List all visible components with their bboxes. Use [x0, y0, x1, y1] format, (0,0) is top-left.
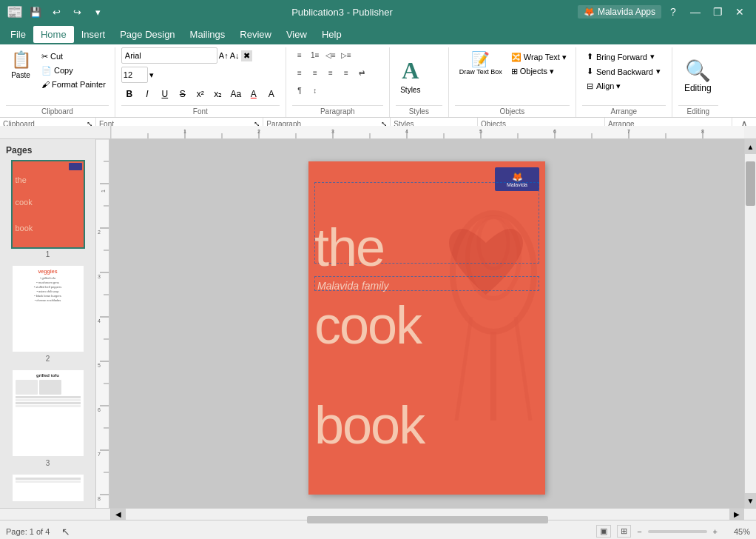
menu-review[interactable]: Review: [232, 26, 279, 43]
strikethrough-button[interactable]: S: [175, 86, 191, 102]
align-left-button[interactable]: ≡: [292, 65, 307, 80]
h-scrollbar[interactable]: ◀ ▶: [111, 509, 744, 520]
close-button[interactable]: ✕: [729, 1, 750, 22]
font-size-increase[interactable]: A↑: [219, 51, 229, 60]
menu-insert[interactable]: Insert: [74, 26, 113, 43]
page2-item-1: • grilled tofu: [16, 276, 81, 280]
ruler-top-svg: 1 2 3 4 5 6 7 8: [111, 126, 744, 138]
subscript-button[interactable]: x₂: [210, 86, 226, 102]
align-button[interactable]: ⊟ Align ▾: [582, 80, 665, 93]
menu-home[interactable]: Home: [33, 26, 74, 43]
indent-increase-button[interactable]: ▷≡: [339, 47, 354, 62]
align-right-button[interactable]: ≡: [323, 65, 338, 80]
menu-file[interactable]: File: [3, 26, 33, 43]
save-button[interactable]: 💾: [27, 3, 44, 21]
underline-button[interactable]: U: [157, 86, 173, 102]
h-scrollbar-thumb[interactable]: [307, 516, 548, 523]
svg-rect-0: [111, 126, 744, 138]
line-spacing-button[interactable]: ↕: [308, 83, 323, 98]
scroll-down-button[interactable]: ▼: [745, 493, 756, 508]
qat-dropdown[interactable]: ▾: [89, 3, 107, 21]
copy-button[interactable]: 📄 Copy: [38, 64, 109, 77]
pages-panel-title: Pages: [3, 145, 92, 160]
page-thumb-2[interactable]: veggies • grilled tofu • mushroom grns •…: [3, 264, 92, 363]
justify-button[interactable]: ≡: [339, 65, 354, 80]
clipboard-label: Clipboard: [6, 105, 109, 117]
font-size-input[interactable]: [121, 67, 148, 83]
help-button[interactable]: ?: [663, 1, 684, 22]
scroll-up-button[interactable]: ▲: [745, 139, 756, 154]
menu-mailings[interactable]: Mailings: [183, 26, 233, 43]
format-painter-button[interactable]: 🖌 Format Painter: [38, 78, 109, 90]
bring-forward-button[interactable]: ⬆ Bring Forward ▾: [582, 50, 665, 63]
ruler-left-svg: 1 2 3 4 5 6 7 8 9 10: [96, 139, 109, 508]
pages-panel: Pages the cook book 1 veggies • grilled …: [0, 139, 96, 508]
font-family-select[interactable]: [121, 47, 217, 64]
page2-item-5: • black bean burgers: [16, 294, 81, 298]
clear-format-button[interactable]: ✖: [241, 50, 252, 61]
send-backward-dropdown[interactable]: ▾: [656, 67, 661, 76]
font-size-decrease[interactable]: A↓: [230, 51, 240, 60]
scroll-right-button[interactable]: ▶: [729, 509, 744, 520]
paste-button[interactable]: 📋 Paste: [6, 47, 36, 82]
styles-button[interactable]: A Styles: [396, 54, 425, 97]
objects-dropdown-button[interactable]: ⊞ Objects ▾: [508, 65, 557, 78]
view-layout-button[interactable]: ⊞: [617, 525, 631, 538]
bring-forward-dropdown[interactable]: ▾: [650, 52, 655, 61]
scrollbar-thumb[interactable]: [746, 161, 755, 206]
svg-line-60: [456, 317, 471, 421]
right-scrollbar[interactable]: ▲ ▼: [744, 139, 756, 508]
wrap-text-button[interactable]: 🔀 Wrap Text ▾: [508, 51, 570, 64]
page-thumb-3[interactable]: grilled tofu 3: [3, 369, 92, 467]
h-scrollbar-right-corner: [744, 509, 756, 520]
zoom-out-button[interactable]: −: [637, 527, 641, 536]
para-row-3: ¶ ↕: [292, 83, 369, 98]
redo-button[interactable]: ↪: [68, 3, 86, 21]
svg-text:4: 4: [405, 129, 408, 134]
page-thumb-4[interactable]: [3, 473, 92, 503]
superscript-button[interactable]: x²: [192, 86, 209, 102]
svg-text:2: 2: [98, 230, 101, 235]
scroll-left-button[interactable]: ◀: [111, 509, 126, 520]
indent-decrease-button[interactable]: ◁≡: [323, 47, 338, 62]
numbering-button[interactable]: 1≡: [308, 47, 323, 62]
zoom-in-button[interactable]: +: [713, 527, 718, 536]
font-color-button[interactable]: A: [246, 86, 262, 102]
cut-button[interactable]: ✂ Cut: [38, 50, 109, 63]
show-hide-button[interactable]: ¶: [292, 83, 307, 98]
font-size-dropdown[interactable]: ▾: [149, 70, 154, 80]
align-label: Align ▾: [596, 81, 621, 91]
cover-text-family[interactable]: Malavida family: [317, 280, 388, 292]
bold-button[interactable]: B: [121, 86, 138, 102]
bullets-button[interactable]: ≡: [292, 47, 307, 62]
text-direction-button[interactable]: ⇄: [354, 65, 369, 80]
zoom-slider[interactable]: [648, 530, 707, 533]
svg-text:7: 7: [98, 452, 101, 457]
font-label: Font: [121, 105, 280, 117]
menu-view[interactable]: View: [279, 26, 314, 43]
scrollbar-track[interactable]: [745, 154, 756, 493]
align-center-button[interactable]: ≡: [308, 65, 323, 80]
publisher-icon: 📰: [6, 3, 24, 21]
draw-text-box-button[interactable]: 📝 Draw Text Box: [455, 47, 507, 78]
text-highlight-button[interactable]: A: [263, 86, 280, 102]
minimize-button[interactable]: —: [685, 1, 706, 22]
publication-canvas[interactable]: 🦊 Malavida the Malavida family cook book: [308, 161, 545, 495]
cover-text-the[interactable]: the: [314, 221, 384, 274]
page-thumb-1[interactable]: the cook book 1: [3, 160, 92, 258]
ribbon-group-arrange: ⬆ Bring Forward ▾ ⬇ Send Backward ▾ ⊟ Al…: [576, 47, 672, 117]
svg-text:7: 7: [627, 129, 630, 134]
italic-button[interactable]: I: [139, 86, 155, 102]
send-backward-button[interactable]: ⬇ Send Backward ▾: [582, 65, 665, 78]
view-single-icon: ▣: [600, 526, 607, 536]
editing-button[interactable]: 🔍 Editing: [678, 56, 718, 96]
menu-page-design[interactable]: Page Design: [112, 26, 182, 43]
view-normal-button[interactable]: ▣: [596, 525, 611, 538]
cover-text-cook[interactable]: cook: [314, 298, 421, 352]
svg-text:8: 8: [701, 129, 704, 134]
undo-button[interactable]: ↩: [47, 3, 65, 21]
maximize-button[interactable]: ❐: [707, 1, 728, 22]
change-case-button[interactable]: Aa: [228, 86, 244, 102]
cover-text-book[interactable]: book: [314, 398, 424, 452]
menu-help[interactable]: Help: [314, 26, 349, 43]
